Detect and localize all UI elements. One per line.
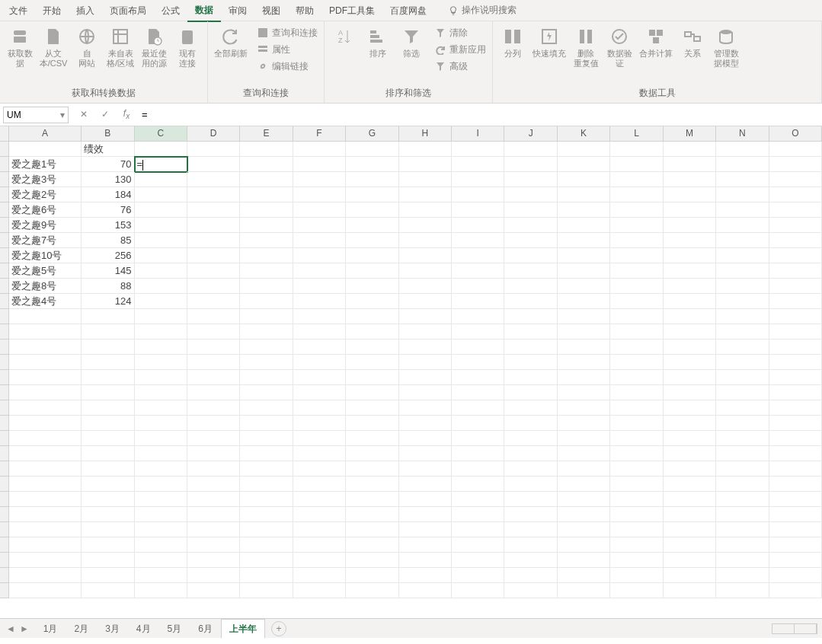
cell-H27[interactable] xyxy=(399,537,452,553)
cell-I30[interactable] xyxy=(452,583,504,598)
cell-A22[interactable] xyxy=(9,461,82,477)
refresh-all-button[interactable]: 全部刷新 xyxy=(211,24,251,60)
cell-I15[interactable] xyxy=(452,355,504,370)
cell-O27[interactable] xyxy=(769,537,822,553)
cell-O15[interactable] xyxy=(769,355,822,370)
cell-B12[interactable] xyxy=(82,309,134,324)
cell-C4[interactable] xyxy=(135,187,187,202)
sheet-tab-2月[interactable]: 2月 xyxy=(66,619,97,638)
cell-L15[interactable] xyxy=(610,355,663,370)
cell-J22[interactable] xyxy=(504,461,557,477)
add-sheet-button[interactable]: + xyxy=(271,621,286,636)
cell-L20[interactable] xyxy=(610,431,663,446)
data-model-button[interactable]: 管理数 据模型 xyxy=(709,24,743,70)
cell-D30[interactable] xyxy=(187,583,240,598)
cell-L8[interactable] xyxy=(610,248,663,263)
cell-M6[interactable] xyxy=(664,218,716,233)
cell-K19[interactable] xyxy=(558,416,610,431)
cell-D26[interactable] xyxy=(187,522,240,537)
tab-file[interactable]: 文件 xyxy=(2,0,35,21)
cell-A27[interactable] xyxy=(9,537,82,553)
cell-J23[interactable] xyxy=(504,477,557,492)
cell-F16[interactable] xyxy=(293,370,346,385)
cell-C16[interactable] xyxy=(135,370,187,385)
cell-G5[interactable] xyxy=(346,202,398,218)
cell-A28[interactable] xyxy=(9,553,82,568)
cell-J8[interactable] xyxy=(504,248,557,263)
cell-G10[interactable] xyxy=(346,279,398,294)
cell-F4[interactable] xyxy=(293,187,346,202)
cell-N20[interactable] xyxy=(716,431,769,446)
cell-B22[interactable] xyxy=(82,461,134,477)
data-validation-button[interactable]: 数据验 证 xyxy=(603,24,636,70)
cell-B9[interactable]: 145 xyxy=(82,263,134,279)
cell-A25[interactable] xyxy=(9,507,82,522)
cell-N7[interactable] xyxy=(716,233,769,248)
row-header[interactable] xyxy=(0,142,9,157)
cell-G20[interactable] xyxy=(346,431,398,446)
cell-I1[interactable] xyxy=(452,142,504,157)
row-header[interactable] xyxy=(0,340,9,355)
cell-B19[interactable] xyxy=(82,416,134,431)
cell-J3[interactable] xyxy=(504,172,557,187)
cell-G1[interactable] xyxy=(346,142,398,157)
cell-K8[interactable] xyxy=(558,248,610,263)
cell-J20[interactable] xyxy=(504,431,557,446)
cell-G23[interactable] xyxy=(346,477,398,492)
row-header[interactable] xyxy=(0,583,9,598)
cell-M5[interactable] xyxy=(664,202,716,218)
row-header[interactable] xyxy=(0,507,9,522)
cell-N14[interactable] xyxy=(716,340,769,355)
tell-me-search[interactable]: 操作说明搜索 xyxy=(448,4,517,17)
cell-C10[interactable] xyxy=(135,279,187,294)
cell-O25[interactable] xyxy=(769,507,822,522)
col-header-N[interactable]: N xyxy=(716,126,769,141)
cell-A9[interactable]: 爱之趣5号 xyxy=(9,263,82,279)
cell-A23[interactable] xyxy=(9,477,82,492)
reapply-button[interactable]: 重新应用 xyxy=(431,41,489,58)
cell-B6[interactable]: 153 xyxy=(82,218,134,233)
cell-E7[interactable] xyxy=(240,233,293,248)
row-header[interactable] xyxy=(0,522,9,537)
cell-L5[interactable] xyxy=(610,202,663,218)
cell-L7[interactable] xyxy=(610,233,663,248)
cell-M23[interactable] xyxy=(664,477,716,492)
col-header-D[interactable]: D xyxy=(187,126,240,141)
cell-L18[interactable] xyxy=(610,400,663,416)
cell-J28[interactable] xyxy=(504,553,557,568)
cell-A5[interactable]: 爱之趣6号 xyxy=(9,202,82,218)
cell-E10[interactable] xyxy=(240,279,293,294)
select-all-corner[interactable] xyxy=(0,126,9,141)
sheet-tab-1月[interactable]: 1月 xyxy=(35,619,66,638)
col-header-A[interactable]: A xyxy=(9,126,82,141)
from-csv-button[interactable]: 从文 本/CSV xyxy=(37,24,70,70)
cell-H21[interactable] xyxy=(399,446,452,461)
cell-B29[interactable] xyxy=(82,568,134,583)
cell-C12[interactable] xyxy=(135,309,187,324)
cell-H10[interactable] xyxy=(399,279,452,294)
cell-H26[interactable] xyxy=(399,522,452,537)
cell-C20[interactable] xyxy=(135,431,187,446)
cell-G28[interactable] xyxy=(346,553,398,568)
cell-I23[interactable] xyxy=(452,477,504,492)
formula-input[interactable] xyxy=(139,109,822,120)
cell-G25[interactable] xyxy=(346,507,398,522)
cell-C19[interactable] xyxy=(135,416,187,431)
cell-K22[interactable] xyxy=(558,461,610,477)
cell-L25[interactable] xyxy=(610,507,663,522)
cell-C7[interactable] xyxy=(135,233,187,248)
cell-F25[interactable] xyxy=(293,507,346,522)
cell-N5[interactable] xyxy=(716,202,769,218)
cell-G19[interactable] xyxy=(346,416,398,431)
cell-I25[interactable] xyxy=(452,507,504,522)
cell-J25[interactable] xyxy=(504,507,557,522)
cell-K28[interactable] xyxy=(558,553,610,568)
cell-N21[interactable] xyxy=(716,446,769,461)
cell-M13[interactable] xyxy=(664,324,716,340)
cell-B18[interactable] xyxy=(82,400,134,416)
cell-A11[interactable]: 爱之趣4号 xyxy=(9,294,82,309)
cell-H17[interactable] xyxy=(399,385,452,400)
cell-M7[interactable] xyxy=(664,233,716,248)
cell-N12[interactable] xyxy=(716,309,769,324)
cell-I11[interactable] xyxy=(452,294,504,309)
